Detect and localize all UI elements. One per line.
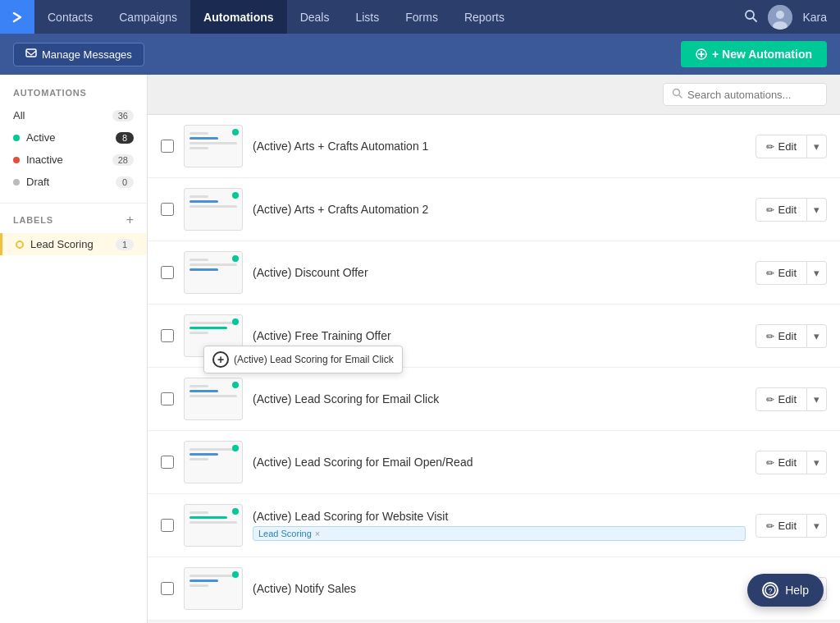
automation-name-3: (Active) Free Training Offer — [253, 329, 746, 342]
sidebar-divider — [0, 203, 147, 204]
draft-filter-label: Draft — [26, 176, 49, 188]
nav-campaigns[interactable]: Campaigns — [106, 0, 190, 34]
automation-thumbnail-1 — [184, 188, 243, 231]
active-indicator — [232, 445, 239, 451]
plus-icon[interactable]: + — [212, 351, 229, 368]
search-box[interactable] — [663, 83, 827, 106]
active-indicator — [232, 255, 239, 262]
automation-thumbnail-4 — [184, 378, 243, 420]
active-dot — [13, 135, 20, 141]
nav-automations[interactable]: Automations — [190, 0, 287, 34]
edit-button-2[interactable]: Edit — [756, 261, 807, 285]
edit-button-group-5: Edit ▾ — [756, 451, 827, 474]
automation-name-1: (Active) Arts + Crafts Automation 2 — [253, 203, 746, 216]
tooltip-popup: + (Active) Lead Scoring for Email Click — [203, 346, 403, 373]
add-label-button[interactable]: + — [126, 213, 134, 227]
thumb-line — [189, 521, 237, 524]
row-checkbox-7[interactable] — [161, 582, 174, 595]
thumb-line — [189, 575, 237, 577]
edit-button-4[interactable]: Edit — [756, 387, 807, 411]
thumb-line — [189, 147, 208, 149]
thumb-line — [189, 195, 208, 198]
draft-count-badge: 0 — [116, 176, 134, 188]
help-button[interactable]: ? Help — [747, 574, 824, 607]
row-checkbox-0[interactable] — [161, 140, 174, 153]
dropdown-button-0[interactable]: ▾ — [807, 135, 827, 158]
table-row: (Active) Lead Scoring for Website Visit … — [148, 494, 840, 557]
dropdown-button-4[interactable]: ▾ — [807, 387, 827, 411]
automation-thumbnail-5 — [184, 441, 243, 483]
nav-right: Kara — [743, 5, 840, 30]
thumb-line — [189, 332, 208, 334]
pencil-icon — [766, 393, 774, 405]
active-indicator — [232, 318, 239, 325]
sidebar-filter-inactive[interactable]: Inactive 28 — [0, 149, 147, 171]
thumb-line — [189, 458, 208, 460]
thumb-line — [189, 385, 208, 387]
automation-thumbnail-2 — [184, 251, 243, 294]
nav-deals[interactable]: Deals — [287, 0, 343, 34]
nav-lists[interactable]: Lists — [342, 0, 392, 34]
edit-button-3[interactable]: Edit — [756, 324, 807, 348]
active-indicator — [232, 192, 239, 199]
pencil-icon — [766, 204, 774, 216]
automation-name-5: (Active) Lead Scoring for Email Open/Rea… — [253, 456, 746, 469]
nav-reports[interactable]: Reports — [451, 0, 518, 34]
svg-line-1 — [753, 18, 756, 21]
dropdown-button-2[interactable]: ▾ — [807, 261, 827, 285]
automation-name-6: (Active) Lead Scoring for Website Visit … — [253, 510, 746, 541]
table-row: (Active) Notify Sales Edit ▾ — [148, 557, 840, 621]
thumb-line — [189, 390, 218, 392]
thumb-line — [189, 132, 208, 135]
svg-point-3 — [776, 11, 784, 19]
edit-button-5[interactable]: Edit — [756, 451, 807, 474]
thumb-line — [189, 579, 218, 582]
dropdown-button-1[interactable]: ▾ — [807, 198, 827, 222]
sidebar: AUTOMATIONS All 36 Active 8 Inactive 28 — [0, 75, 148, 623]
nav-forms[interactable]: Forms — [392, 0, 451, 34]
search-icon[interactable] — [743, 8, 758, 26]
avatar[interactable] — [768, 5, 792, 30]
new-automation-button[interactable]: + New Automation — [681, 41, 827, 67]
dropdown-button-3[interactable]: ▾ — [807, 324, 827, 348]
nav-username[interactable]: Kara — [802, 11, 827, 24]
sidebar-label-lead-scoring[interactable]: Lead Scoring 1 — [0, 233, 147, 255]
row-checkbox-2[interactable] — [161, 266, 174, 279]
row-checkbox-6[interactable] — [161, 519, 174, 532]
automation-thumbnail-6 — [184, 504, 243, 547]
remove-tag-button[interactable]: × — [315, 529, 320, 538]
row-checkbox-3[interactable] — [161, 329, 174, 342]
edit-button-group-4: Edit ▾ — [756, 387, 827, 411]
thumb-line — [189, 268, 218, 271]
edit-button-6[interactable]: Edit — [756, 514, 807, 538]
tooltip-text: (Active) Lead Scoring for Email Click — [234, 354, 394, 365]
automation-name-2: (Active) Discount Offer — [253, 266, 746, 279]
automations-section-title: AUTOMATIONS — [0, 88, 147, 104]
sub-header: Manage Messages + New Automation — [0, 34, 840, 75]
inactive-dot — [13, 157, 20, 163]
all-count-badge: 36 — [112, 110, 134, 121]
edit-button-1[interactable]: Edit — [756, 198, 807, 222]
sidebar-filter-draft[interactable]: Draft 0 — [0, 171, 147, 193]
thumb-line — [189, 448, 237, 451]
thumb-line — [189, 327, 227, 329]
manage-messages-button[interactable]: Manage Messages — [13, 43, 144, 66]
sidebar-filter-active[interactable]: Active 8 — [0, 126, 147, 149]
inactive-count-badge: 28 — [112, 154, 134, 166]
row-checkbox-5[interactable] — [161, 456, 174, 469]
edit-button-0[interactable]: Edit — [756, 135, 807, 158]
search-input[interactable] — [687, 89, 818, 101]
thumb-line — [189, 322, 237, 324]
nav-logo[interactable] — [0, 0, 34, 34]
nav-contacts[interactable]: Contacts — [34, 0, 106, 34]
automation-name-4: (Active) Lead Scoring for Email Click — [253, 392, 746, 405]
row-checkbox-4[interactable] — [161, 392, 174, 405]
sidebar-filter-all[interactable]: All 36 — [0, 104, 147, 126]
dropdown-button-5[interactable]: ▾ — [807, 451, 827, 474]
thumb-line — [189, 453, 218, 456]
thumb-line — [189, 395, 237, 397]
table-row: (Active) Lead Scoring for Email Click Ed… — [148, 368, 840, 431]
row-checkbox-1[interactable] — [161, 203, 174, 216]
active-indicator — [232, 382, 239, 388]
dropdown-button-6[interactable]: ▾ — [807, 514, 827, 538]
